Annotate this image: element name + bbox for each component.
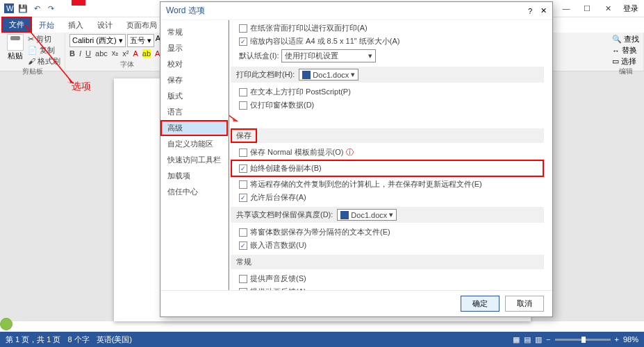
minimize-icon[interactable]: — (556, 1, 576, 15)
redo-icon[interactable]: ↷ (44, 2, 57, 15)
find-button[interactable]: 🔍查找 (612, 34, 639, 44)
printdoc-dropdown[interactable]: Doc1.docx▾ (299, 69, 358, 81)
search-icon: 🔍 (612, 35, 622, 44)
undo-icon[interactable]: ↶ (31, 2, 43, 15)
font-size-combo[interactable]: 五号▾ (127, 34, 154, 47)
svg-text:W: W (6, 4, 14, 12)
nav-qat[interactable]: 快速访问工具栏 (160, 152, 228, 168)
painter-button[interactable]: 🖌 格式刷 (28, 56, 60, 67)
zoom-out-icon[interactable]: − (546, 335, 550, 344)
nav-trust[interactable]: 信任中心 (160, 184, 228, 200)
nav-general[interactable]: 常规 (160, 24, 228, 40)
select-button[interactable]: ▭选择 (612, 56, 639, 67)
login-link[interactable]: 登录 (623, 3, 638, 14)
bold-button[interactable]: B (69, 49, 75, 58)
annotation-label: 选项 (72, 81, 91, 93)
arrow-to-save (229, 112, 307, 124)
word-doc-icon (340, 211, 349, 219)
subscript-button[interactable]: x₂ (112, 49, 119, 58)
status-bar: 第 1 页，共 1 页 8 个字 英语(美国) ▦ ▤ ▥ − + 98% (0, 332, 644, 347)
checkbox-bgsave[interactable] (239, 194, 247, 202)
nav-advanced[interactable]: 高级 (160, 120, 228, 136)
tab-insert[interactable]: 插入 (61, 18, 90, 33)
copy-button[interactable]: 📄 复制 (28, 45, 60, 56)
page-status[interactable]: 第 1 页，共 1 页 (6, 335, 60, 345)
view-web-icon[interactable]: ▥ (535, 335, 542, 344)
checkbox-save-prompt[interactable] (239, 149, 247, 157)
nav-layout[interactable]: 版式 (160, 88, 228, 104)
nav-display[interactable]: 显示 (160, 40, 228, 56)
text-effects-icon[interactable]: A (133, 49, 138, 58)
fidelity-dropdown[interactable]: Doc1.docx▾ (337, 209, 397, 221)
red-marker (72, 0, 85, 6)
checkbox-backup[interactable] (239, 164, 247, 173)
dialog-close-icon[interactable]: ✕ (540, 6, 547, 15)
nav-language[interactable]: 语言 (160, 104, 228, 120)
replace-button[interactable]: ↔替换 (612, 45, 639, 56)
checkbox-formdata[interactable] (239, 101, 247, 110)
close-icon[interactable]: ✕ (598, 1, 618, 15)
dialog-help-icon[interactable]: ? (528, 7, 532, 15)
maximize-icon[interactable]: ☐ (577, 1, 597, 15)
options-content[interactable]: 在纸张背面打印以进行双面打印(A) 缩放内容以适应 A4 或 8.5 x 11"… (229, 20, 552, 290)
tab-file[interactable]: 文件 (1, 17, 32, 33)
checkbox-embed[interactable] (239, 228, 247, 237)
status-indicator-icon (0, 318, 13, 330)
underline-button[interactable]: U (85, 49, 91, 58)
nav-addins[interactable]: 加载项 (160, 168, 228, 184)
tab-layout[interactable]: 页面布局 (119, 18, 164, 33)
group-edit: 编辑 (612, 67, 639, 76)
nav-save[interactable]: 保存 (160, 72, 228, 88)
language-status[interactable]: 英语(美国) (97, 335, 132, 345)
info-icon[interactable]: ⓘ (346, 147, 354, 158)
highlight-icon[interactable]: ab (142, 49, 151, 58)
options-nav: 常规 显示 校对 保存 版式 语言 高级 自定义功能区 快速访问工具栏 加载项 … (160, 20, 229, 290)
zoom-in-icon[interactable]: + (615, 335, 619, 344)
view-print-icon[interactable]: ▦ (513, 335, 520, 344)
checkbox-postscript[interactable] (239, 88, 247, 96)
word-icon: W (3, 2, 15, 15)
dialog-title: Word 选项 (166, 5, 528, 17)
select-icon: ▭ (612, 57, 619, 66)
superscript-button[interactable]: x² (122, 49, 129, 58)
options-dialog: Word 选项 ? ✕ 常规 显示 校对 保存 版式 语言 高级 自定义功能区 … (160, 1, 553, 317)
section-save-header: 保存 (231, 128, 257, 143)
save-icon[interactable]: 💾 (17, 2, 29, 15)
checkbox-scale[interactable] (239, 37, 247, 46)
cancel-button[interactable]: 取消 (505, 296, 544, 312)
checkbox-sound[interactable] (239, 275, 247, 283)
tray-dropdown[interactable]: 使用打印机设置▾ (281, 49, 376, 62)
word-count[interactable]: 8 个字 (67, 335, 89, 345)
nav-customize[interactable]: 自定义功能区 (160, 136, 228, 152)
zoom-level[interactable]: 98% (623, 335, 638, 344)
section-general-header: 常规 (236, 257, 251, 267)
ok-button[interactable]: 确定 (461, 296, 499, 312)
cut-button[interactable]: ✂ 剪切 (28, 34, 60, 44)
tab-home[interactable]: 开始 (32, 18, 61, 33)
paste-button[interactable]: 粘贴 (4, 34, 26, 67)
tab-design[interactable]: 设计 (90, 18, 119, 33)
view-read-icon[interactable]: ▤ (524, 335, 531, 344)
italic-button[interactable]: I (79, 49, 81, 58)
checkbox-duplex[interactable] (239, 24, 247, 33)
strike-button[interactable]: abc (95, 49, 108, 58)
group-clipboard: 剪贴板 (4, 67, 60, 76)
word-doc-icon (302, 71, 311, 79)
checkbox-remote[interactable] (239, 180, 247, 189)
nav-proofing[interactable]: 校对 (160, 56, 228, 72)
zoom-slider[interactable] (555, 339, 611, 341)
checkbox-langdata[interactable] (239, 242, 247, 250)
paste-icon (7, 34, 24, 51)
replace-icon: ↔ (612, 46, 620, 55)
font-name-combo[interactable]: Calibri (西文)▾ (69, 34, 126, 47)
